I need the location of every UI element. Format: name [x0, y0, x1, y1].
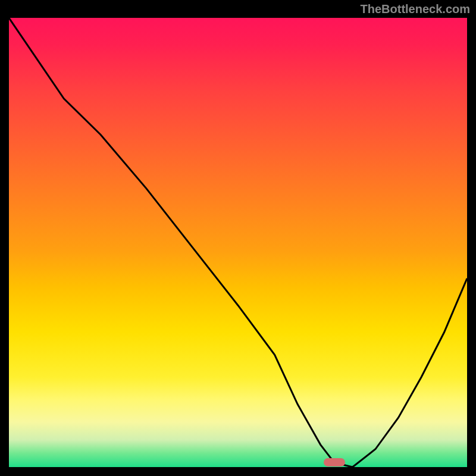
plot-area — [9, 18, 467, 467]
bottleneck-curve — [9, 18, 467, 467]
watermark-text: TheBottleneck.com — [361, 2, 470, 16]
optimal-marker — [324, 458, 345, 466]
